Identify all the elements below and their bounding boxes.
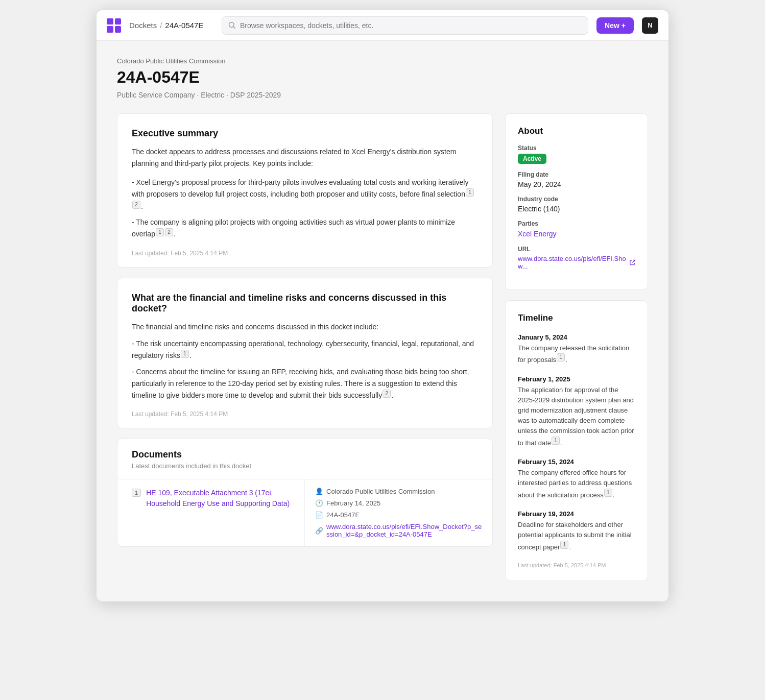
exec-body2-text: - Xcel Energy's proposal process for thi… bbox=[132, 178, 468, 199]
breadcrumb-current: 24A-0547E bbox=[165, 21, 203, 30]
timeline-heading: Timeline bbox=[518, 313, 635, 323]
doc-docket-row: 📄 24A-0547E bbox=[315, 511, 482, 519]
doc-date: February 14, 2025 bbox=[326, 499, 380, 507]
timeline-date-1: February 1, 2025 bbox=[518, 375, 635, 383]
timeline-cite-3[interactable]: 1 bbox=[560, 541, 568, 549]
cite-3[interactable]: 1 bbox=[156, 228, 164, 236]
doc-right: 👤 Colorado Public Utilities Commission 🕐… bbox=[305, 479, 492, 546]
documents-heading: Documents bbox=[132, 449, 478, 460]
timeline-date-0: January 5, 2024 bbox=[518, 333, 635, 341]
about-parties-link[interactable]: Xcel Energy bbox=[518, 230, 556, 238]
timeline-item-3: February 19, 2024 Deadline for stakehold… bbox=[518, 510, 635, 552]
timeline-last-updated: Last updated: Feb 5, 2025 4:14 PM bbox=[518, 562, 635, 568]
about-filing-date-label: Filing date bbox=[518, 171, 635, 178]
document-row: 1 HE 109, Executable Attachment 3 (17ei.… bbox=[117, 479, 492, 546]
status-badge: Active bbox=[518, 154, 546, 164]
executive-summary-card: Executive summary The docket appears to … bbox=[117, 113, 493, 268]
cite-2[interactable]: 2 bbox=[132, 201, 140, 209]
risk-body4-text: - Concerns about the timeline for issuin… bbox=[132, 368, 469, 400]
left-column: Executive summary The docket appears to … bbox=[117, 113, 493, 581]
link-icon: 🔗 bbox=[315, 527, 323, 535]
about-url-label: URL bbox=[518, 246, 635, 253]
about-parties-field: Parties Xcel Energy bbox=[518, 220, 635, 238]
doc-date-row: 🕐 February 14, 2025 bbox=[315, 499, 482, 507]
right-column: About Status Active Filing date May 20, … bbox=[505, 113, 648, 581]
new-button[interactable]: New + bbox=[596, 17, 634, 34]
doc-title-row: 1 HE 109, Executable Attachment 3 (17ei.… bbox=[132, 488, 294, 509]
timeline-card: Timeline January 5, 2024 The company rel… bbox=[505, 300, 648, 581]
executive-summary-body: The docket appears to address processes … bbox=[132, 146, 478, 240]
about-heading: About bbox=[518, 126, 635, 136]
exec-body4: - The company is aligning pilot projects… bbox=[132, 216, 478, 240]
new-button-plus: + bbox=[621, 21, 626, 30]
about-status-label: Status bbox=[518, 144, 635, 152]
docket-icon: 📄 bbox=[315, 511, 323, 519]
search-bar[interactable] bbox=[222, 16, 588, 35]
risk-cite-2[interactable]: 2 bbox=[382, 390, 391, 398]
about-industry-code-value: Electric (140) bbox=[518, 205, 635, 213]
doc-org: Colorado Public Utilities Commission bbox=[326, 488, 435, 495]
exec-last-updated: Last updated: Feb 5, 2025 4:14 PM bbox=[132, 250, 478, 257]
executive-summary-heading: Executive summary bbox=[132, 128, 478, 139]
cite-1[interactable]: 1 bbox=[466, 188, 474, 197]
about-url-link[interactable]: www.dora.state.co.us/pls/efi/EFI.Show... bbox=[518, 255, 635, 270]
about-card: About Status Active Filing date May 20, … bbox=[505, 113, 648, 290]
doc-url-row: 🔗 www.dora.state.co.us/pls/efi/EFI.Show_… bbox=[315, 523, 482, 538]
exec-body4-text: - The company is aligning pilot projects… bbox=[132, 218, 455, 238]
risk-body1: The financial and timeline risks and con… bbox=[132, 321, 478, 333]
documents-header: Documents Latest documents included in t… bbox=[117, 439, 492, 475]
timeline-desc-0: The company released the solicitation fo… bbox=[518, 343, 635, 365]
logo-grid-icon bbox=[107, 18, 121, 33]
main-grid: Executive summary The docket appears to … bbox=[117, 113, 648, 581]
doc-left: 1 HE 109, Executable Attachment 3 (17ei.… bbox=[117, 479, 305, 546]
org-icon: 👤 bbox=[315, 488, 323, 495]
about-parties-label: Parties bbox=[518, 220, 635, 227]
about-filing-date-value: May 20, 2024 bbox=[518, 180, 635, 188]
timeline-cite-2[interactable]: 1 bbox=[604, 489, 612, 497]
about-industry-code-label: Industry code bbox=[518, 196, 635, 203]
doc-url-link[interactable]: www.dora.state.co.us/pls/efi/EFI.Show_Do… bbox=[326, 523, 482, 538]
exec-body4-end: . bbox=[174, 230, 176, 238]
documents-card: Documents Latest documents included in t… bbox=[117, 439, 493, 547]
risk-body2: - The risk uncertainty encompassing oper… bbox=[132, 338, 478, 362]
about-url-text: www.dora.state.co.us/pls/efi/EFI.Show... bbox=[518, 255, 628, 270]
financial-risks-card: What are the financial and timeline risk… bbox=[117, 278, 493, 428]
doc-org-row: 👤 Colorado Public Utilities Commission bbox=[315, 488, 482, 495]
timeline-desc-2: The company offered office hours for int… bbox=[518, 468, 635, 500]
timeline-cite-1[interactable]: 1 bbox=[552, 437, 560, 445]
breadcrumb-dockets[interactable]: Dockets bbox=[129, 21, 157, 30]
exec-body1: The docket appears to address processes … bbox=[132, 146, 478, 170]
timeline-item-2: February 15, 2024 The company offered of… bbox=[518, 458, 635, 500]
timeline-desc-3: Deadline for stakeholders and other pote… bbox=[518, 520, 635, 552]
risk-last-updated: Last updated: Feb 5, 2025 4:14 PM bbox=[132, 411, 478, 418]
breadcrumb-separator: / bbox=[160, 21, 162, 30]
page-org: Colorado Public Utilities Commission bbox=[117, 57, 648, 65]
avatar[interactable]: N bbox=[642, 17, 658, 34]
about-url-field: URL www.dora.state.co.us/pls/efi/EFI.Sho… bbox=[518, 246, 635, 270]
financial-risks-heading: What are the financial and timeline risk… bbox=[132, 293, 478, 314]
timeline-date-2: February 15, 2024 bbox=[518, 458, 635, 466]
timeline-date-3: February 19, 2024 bbox=[518, 510, 635, 518]
exec-body2: - Xcel Energy's proposal process for thi… bbox=[132, 177, 478, 212]
doc-number-badge: 1 bbox=[132, 489, 141, 497]
documents-subtitle: Latest documents included in this docket bbox=[132, 462, 478, 470]
doc-docket: 24A-0547E bbox=[326, 511, 360, 519]
search-input[interactable] bbox=[240, 21, 582, 30]
breadcrumb: Dockets / 24A-0547E bbox=[129, 21, 203, 30]
external-link-icon bbox=[630, 259, 635, 265]
timeline-cite-0[interactable]: 1 bbox=[557, 353, 565, 361]
page-content: Colorado Public Utilities Commission 24A… bbox=[97, 41, 668, 601]
doc-title-link[interactable]: HE 109, Executable Attachment 3 (17ei. H… bbox=[146, 488, 294, 509]
app-window: Dockets / 24A-0547E New + N Colorado Pub… bbox=[97, 10, 668, 601]
risk-cite-1[interactable]: 1 bbox=[181, 350, 189, 358]
risk-body4: - Concerns about the timeline for issuin… bbox=[132, 366, 478, 402]
about-status-field: Status Active bbox=[518, 144, 635, 164]
search-icon bbox=[228, 21, 236, 29]
about-industry-code-field: Industry code Electric (140) bbox=[518, 196, 635, 213]
cite-4[interactable]: 2 bbox=[165, 228, 173, 236]
risk-body2-end: . bbox=[189, 351, 192, 359]
page-subtitle: Public Service Company · Electric · DSP … bbox=[117, 91, 648, 99]
titlebar: Dockets / 24A-0547E New + N bbox=[97, 10, 668, 41]
timeline-item-1: February 1, 2025 The application for app… bbox=[518, 375, 635, 448]
date-icon: 🕐 bbox=[315, 499, 323, 507]
